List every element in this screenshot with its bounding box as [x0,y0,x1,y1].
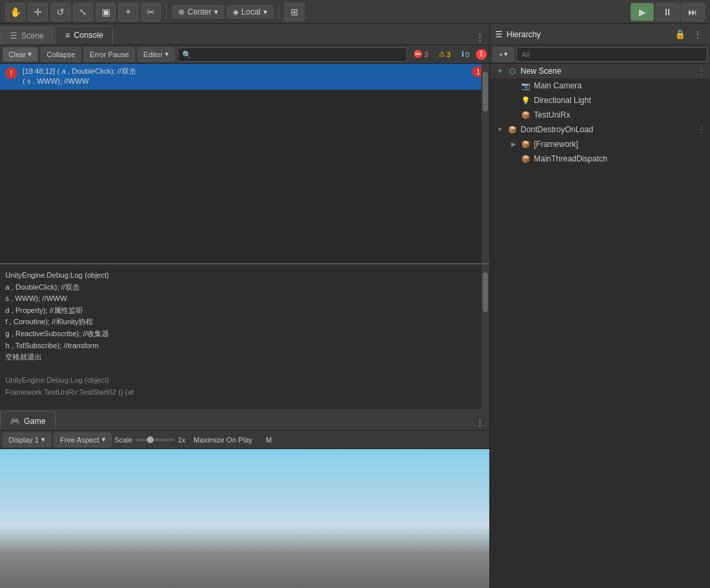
detail-line2: s , WWW); //WWW [5,293,484,305]
scale-label: Scale [114,436,133,444]
hierarchy-search-input[interactable] [517,47,707,62]
left-panel: ☰ Scene ≡ Console ⋮ Clear ▾ Collapse Err… [0,24,490,588]
detail-line9: UnityEngine.Debug:Log (object) [5,375,484,387]
hierarchy-menu-btn[interactable]: ⋮ [690,27,705,42]
tab-console[interactable]: ≡ Console [55,26,113,45]
hierarchy-lock-btn[interactable]: 🔒 [673,27,687,42]
rotate-tool-btn[interactable]: ↺ [51,3,70,21]
console-tab-label: Console [74,31,103,40]
detail-line6: h , TsfSubscribe); //transform [5,340,484,352]
console-content[interactable]: ! [18:48:12] ( a , DoubleClick); //双击 ( … [0,64,489,263]
aspect-dropdown[interactable]: Free Aspect ▾ [54,433,112,447]
pause-button[interactable]: ⏸ [655,3,679,21]
sky-stripe-4 [0,491,489,492]
aspect-label: Free Aspect [60,436,99,444]
scale-slider-thumb [147,437,154,443]
multi-tool-btn[interactable]: ✂ [141,3,161,21]
add-hierarchy-btn[interactable]: + ▾ [493,47,514,62]
tab-menu-btn[interactable]: ⋮ [471,30,489,45]
hierarchy-controls: 🔒 ⋮ [673,27,705,42]
detail-line3: d , Property); //属性监听 [5,305,484,317]
main-layout: ☰ Scene ≡ Console ⋮ Clear ▾ Collapse Err… [0,24,710,588]
toolbar-sep1 [166,4,167,20]
transform-tool-btn[interactable]: ⌖ [118,3,138,21]
mute-label: M [266,436,272,444]
space-dropdown[interactable]: ◈ Local ▾ [227,5,273,19]
maximize-label: Maximize On Play [193,436,253,444]
collapse-button[interactable]: Collapse [41,47,81,62]
space-label: Local [241,7,261,17]
move-tool-btn[interactable]: ✛ [28,3,48,21]
detail-scrollbar[interactable] [481,264,489,409]
error-pause-label: Error Pause [90,50,129,58]
scene-menu-btn[interactable]: ⋮ [693,66,710,76]
scene-expand-icon: ▼ [495,66,505,76]
step-button[interactable]: ⏭ [681,3,705,21]
error-badge[interactable]: ⛔ 3 [410,49,432,60]
display-arrow: ▾ [41,435,45,444]
game-tab-menu[interactable]: ⋮ [471,415,489,430]
scene-tab-label: Scene [21,31,44,41]
editor-button[interactable]: Editor ▾ [138,47,175,62]
play-button[interactable]: ▶ [630,3,654,21]
tree-item-directional-light[interactable]: 💡 Directional Light [490,93,710,108]
pivot-arrow: ▾ [214,7,218,17]
tree-item-dontdestroy[interactable]: ▼ 📦 DontDestroyOnLoad ⋮ [490,122,710,137]
detail-header: UnityEngine.Debug:Log (object) [5,270,484,282]
game-panel: 🎮 Game ⋮ Display 1 ▾ Free Aspect ▾ Scale [0,409,489,588]
game-toolbar: Display 1 ▾ Free Aspect ▾ Scale 1x Maxim… [0,431,489,449]
dontdestroy-menu-btn[interactable]: ⋮ [693,124,710,135]
clear-arrow: ▾ [28,50,32,58]
toolbar-sep2 [279,4,279,20]
clear-button[interactable]: Clear ▾ [3,47,38,62]
console-scroll-thumb[interactable] [483,72,488,112]
editor-arrow: ▾ [165,50,169,58]
clear-label: Clear [9,50,26,58]
tree-item-main-camera[interactable]: 📷 Main Camera [490,78,710,93]
light-icon: 💡 [521,95,531,106]
maximize-on-play-btn[interactable]: Maximize On Play [188,433,258,447]
rect-tool-btn[interactable]: ▣ [96,3,116,21]
pivot-icon: ⊕ [178,7,185,17]
add-icon: + [499,50,503,58]
hierarchy-toolbar: + ▾ [490,45,710,64]
main-toolbar: ✋ ✛ ↺ ⤡ ▣ ⌖ ✂ ⊕ Center ▾ ◈ Local ▾ ⊞ ▶ ⏸… [0,0,710,24]
pivot-dropdown[interactable]: ⊕ Center ▾ [172,5,224,19]
console-toolbar: Clear ▾ Collapse Error Pause Editor ▾ ⛔ … [0,45,489,64]
grid-btn[interactable]: ⊞ [285,3,304,21]
collapse-label: Collapse [47,50,75,58]
hierarchy-title: ☰ Hierarchy [495,30,540,39]
error-pause-button[interactable]: Error Pause [84,47,135,62]
play-controls: ▶ ⏸ ⏭ [630,3,705,21]
testuniRx-label: TestUniRx [534,110,570,120]
tree-item-framework[interactable]: ▶ 📦 [Framework] [490,137,710,151]
console-scrollbar[interactable] [481,64,489,263]
sky-stripe-3 [0,480,489,480]
sky-background [0,449,489,588]
scale-tool-btn[interactable]: ⤡ [73,3,93,21]
scale-slider[interactable] [135,439,175,441]
mute-btn[interactable]: M [261,433,277,447]
tree-item-mainthreaddispatch[interactable]: 📦 MainThreadDispatch [490,151,710,166]
console-entry-error[interactable]: ! [18:48:12] ( a , DoubleClick); //双击 ( … [0,64,489,90]
aspect-arrow: ▾ [102,435,106,444]
error-line2: ( s , WWW); //WWW [23,76,467,86]
warning-badge[interactable]: ⚠ 3 [435,49,455,60]
game-tab-bar: 🎮 Game ⋮ [0,409,489,431]
hand-tool-btn[interactable]: ✋ [5,3,25,21]
info-badge[interactable]: ℹ 0 [457,49,473,60]
tab-game[interactable]: 🎮 Game [0,411,56,430]
testuniRx-expand [509,110,518,120]
display-dropdown[interactable]: Display 1 ▾ [3,433,51,447]
detail-scroll-thumb[interactable] [483,272,488,312]
pivot-label: Center [187,7,211,17]
sky-stripe-8 [0,530,489,530]
tree-item-testuniRx[interactable]: 📦 TestUniRx [490,108,710,122]
tree-item-new-scene[interactable]: ▼ ⬡ New Scene ⋮ [490,64,710,78]
scale-value: 1x [178,436,185,444]
dontdestroy-expand: ▼ [495,125,505,134]
tab-scene[interactable]: ☰ Scene [0,26,54,45]
hierarchy-header: ☰ Hierarchy 🔒 ⋮ [490,24,710,45]
console-search-input[interactable] [178,47,407,62]
game-tab-label: Game [24,417,46,426]
